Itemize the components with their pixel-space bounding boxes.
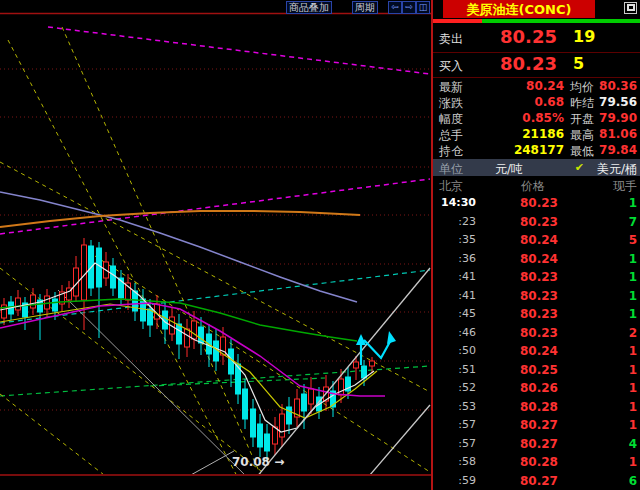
stat-value: 21186	[504, 127, 564, 141]
contract-title: 美原油连(CONC)	[443, 0, 595, 18]
tick-lot: 1	[597, 270, 637, 284]
candle-down	[177, 324, 182, 344]
buy-sell-ratio-bar	[433, 19, 640, 23]
unit-label: 单位	[439, 161, 463, 178]
kline-chart-area: 70.08 → 商品叠加 周期 ⇦ ⇨ ◫	[0, 0, 431, 490]
period-button[interactable]: 周期	[352, 1, 378, 14]
tick-price: 80.28	[513, 455, 565, 469]
tick-price: 80.24	[513, 233, 565, 247]
candle-down	[243, 389, 248, 419]
tick-time: :57	[439, 418, 476, 431]
tick-price: 80.24	[513, 252, 565, 266]
stat-label: 最新	[439, 79, 463, 96]
ma-blue	[0, 192, 357, 302]
tick-lot: 1	[597, 363, 637, 377]
stat-label: 幅度	[439, 111, 463, 128]
tick-lot: 1	[597, 252, 637, 266]
tick-lot: 1	[597, 418, 637, 432]
tick-time: :53	[439, 400, 476, 413]
tick-time: :45	[439, 307, 476, 320]
tick-time: :51	[439, 363, 476, 376]
tick-lot: 1	[597, 344, 637, 358]
tick-price: 80.27	[513, 418, 565, 432]
tick-time: :57	[439, 437, 476, 450]
ma-orange	[0, 211, 360, 227]
tick-time: :41	[439, 270, 476, 283]
sell-price: 80.25	[485, 26, 557, 47]
unit-cny-option[interactable]: 元/吨	[495, 161, 523, 178]
tick-time: :23	[439, 215, 476, 228]
candle-down	[251, 409, 256, 437]
tick-time: :36	[439, 252, 476, 265]
tick-price: 80.27	[513, 437, 565, 451]
unit-usd-option[interactable]: 美元/桶	[597, 161, 637, 178]
candle-down	[258, 424, 263, 447]
candle-up	[280, 414, 285, 437]
stat-value: 81.06	[577, 127, 637, 141]
tick-price: 80.23	[513, 289, 565, 303]
tick-price: 80.27	[513, 474, 565, 488]
fan-yellow-1	[8, 40, 238, 478]
stat-value: 79.56	[577, 95, 637, 109]
candle-up	[192, 321, 197, 339]
tick-lot: 1	[597, 289, 637, 303]
quote-panel: 美原油连(CONC) 卖出 80.25 19 买入 80.23 5 最新80.2…	[433, 0, 640, 490]
tick-lot: 1	[597, 381, 637, 395]
stat-value: 248177	[504, 143, 564, 157]
candle-up	[354, 362, 359, 368]
tick-header-time: 北京	[439, 178, 463, 195]
restore-window-icon[interactable]	[624, 2, 637, 14]
tick-lot: 7	[597, 215, 637, 229]
tick-header-lot: 现手	[613, 178, 637, 195]
candle-down	[111, 266, 116, 288]
stat-value: 0.68	[504, 95, 564, 109]
stat-label: 持仓	[439, 143, 463, 160]
candle-up	[185, 329, 190, 347]
tick-lot: 5	[597, 233, 637, 247]
stat-value: 79.90	[577, 111, 637, 125]
tick-time: :58	[439, 455, 476, 468]
stat-label: 涨跌	[439, 95, 463, 112]
stat-value: 79.84	[577, 143, 637, 157]
tick-price: 80.28	[513, 400, 565, 414]
candle-down	[362, 366, 367, 378]
tick-time: 14:30	[439, 196, 476, 209]
candle-down	[265, 434, 270, 451]
kline-chart: 70.08 →	[0, 0, 431, 490]
prev-arrow-icon[interactable]: ⇦	[388, 1, 402, 14]
tick-price: 80.24	[513, 344, 565, 358]
candle-down	[97, 248, 102, 287]
ratio-red-segment	[433, 19, 482, 23]
tick-lot: 4	[597, 437, 637, 451]
tick-time: :35	[439, 233, 476, 246]
candle-down	[141, 299, 146, 321]
arrowhead	[356, 334, 366, 345]
buy-qty: 5	[573, 54, 584, 73]
stat-value: 0.85%	[504, 111, 564, 125]
check-icon: ✔	[575, 161, 584, 174]
candle-up	[16, 298, 21, 310]
channel-gray-lower	[357, 405, 430, 490]
tick-lot: 1	[597, 400, 637, 414]
tick-lot: 6	[597, 474, 637, 488]
tick-time: :59	[439, 474, 476, 487]
seg-gray-bottom	[180, 451, 234, 481]
candle-up	[370, 361, 375, 366]
commodity-overlay-button[interactable]: 商品叠加	[286, 1, 332, 14]
tick-price: 80.23	[513, 307, 565, 321]
tick-price: 80.23	[513, 270, 565, 284]
unit-row: 单位 元/吨 ✔ 美元/桶	[433, 159, 640, 176]
candle-down	[53, 299, 58, 311]
tick-time: :52	[439, 381, 476, 394]
arrowhead	[387, 331, 396, 344]
tick-time: :50	[439, 344, 476, 357]
stat-label: 总手	[439, 127, 463, 144]
tick-price: 80.23	[513, 196, 565, 210]
next-arrow-icon[interactable]: ⇨	[402, 1, 416, 14]
tick-time: :46	[439, 326, 476, 339]
tick-header-price: 价格	[521, 178, 545, 195]
low-price-label: 70.08 →	[232, 455, 284, 469]
stat-value: 80.24	[504, 79, 564, 93]
tick-lot: 1	[597, 307, 637, 321]
split-view-icon[interactable]: ◫	[416, 1, 430, 14]
